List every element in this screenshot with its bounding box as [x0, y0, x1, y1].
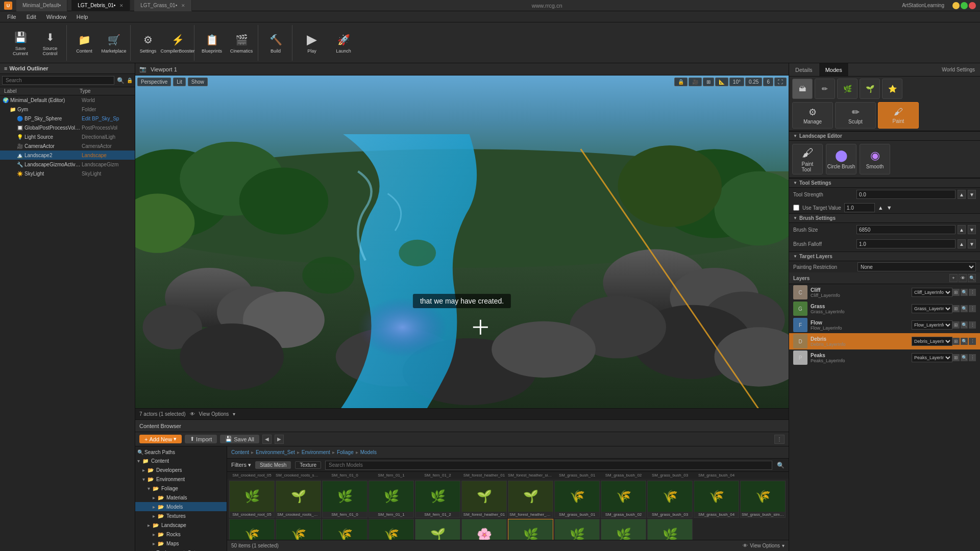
manage-tool-btn[interactable]: ⚙ Manage: [792, 102, 833, 129]
layer-add-btn[interactable]: ⊞: [952, 321, 960, 329]
view-options-button[interactable]: View Options: [199, 411, 229, 417]
layers-eye-btn[interactable]: 👁: [959, 274, 967, 282]
tab-lgt-debris[interactable]: LGT_Debris_01• ✕: [71, 0, 130, 11]
target-layers-header[interactable]: Target Layers: [789, 252, 980, 261]
layer-select-cliff[interactable]: Cliff_LayerInfo: [912, 288, 952, 297]
layer-item-peaks[interactable]: PPeaksPeaks_LayerInfoPeaks_LayerInfo⊞🔍⋮: [789, 349, 980, 366]
brush-size-input[interactable]: [856, 225, 955, 234]
asset-item[interactable]: 🌱SM_forest_heather_01: [461, 481, 507, 518]
tool-icon-2[interactable]: ✏: [815, 79, 835, 99]
outliner-item-minimal_default(editor)[interactable]: 🌍Minimal_Default (Editor)World: [0, 95, 135, 105]
falloff-spin-up[interactable]: ▲: [958, 239, 966, 248]
close-tab-debris[interactable]: ✕: [119, 3, 124, 8]
asset-item[interactable]: 🌱SM_ground_foliage_01: [415, 519, 460, 540]
layer-more-btn[interactable]: ⋮: [969, 338, 976, 345]
tool-strength-input[interactable]: [856, 190, 955, 199]
viewport-fullscreen-btn[interactable]: ⛶: [774, 78, 787, 86]
content-button[interactable]: 📁 Content: [70, 27, 99, 59]
layers-search-btn[interactable]: 🔍: [968, 274, 976, 282]
viewport-cam-btn[interactable]: 🎥: [689, 78, 702, 86]
layer-add-btn[interactable]: ⊞: [952, 305, 960, 312]
menu-file[interactable]: File: [2, 11, 21, 22]
asset-item[interactable]: 🌸SM_ground_foliage_01_flowery: [461, 519, 507, 540]
search-icon[interactable]: 🔍: [116, 77, 125, 85]
use-target-value-checkbox[interactable]: [793, 205, 799, 211]
asset-item[interactable]: 🌱SM_forest_heather_simple_01: [508, 481, 553, 518]
save-current-button[interactable]: 💾 Save Current: [6, 27, 35, 59]
layer-select-debris[interactable]: Debris_LayerInfo: [912, 337, 952, 346]
outliner-item-gym[interactable]: 📁GymFolder: [0, 105, 135, 114]
filters-button[interactable]: Filters ▾: [231, 462, 251, 468]
add-new-button[interactable]: + Add New ▾: [139, 435, 182, 443]
settings-button[interactable]: ⚙ Settings: [134, 27, 162, 59]
layer-search-btn[interactable]: 🔍: [961, 321, 968, 329]
outliner-item-skylight[interactable]: ☀️SkyLightSkyLight: [0, 169, 135, 178]
content-browser-grid[interactable]: 🌿SM_crooked_root_05🌱SM_crooked_roots_sma…: [227, 479, 789, 540]
layer-more-btn[interactable]: ⋮: [969, 289, 976, 296]
asset-item[interactable]: 🌿SM_ground_foliage_02_0: [508, 519, 553, 540]
brush-settings-header[interactable]: Brush Settings: [789, 213, 980, 223]
asset-item[interactable]: 🌾SM_grass_bush_simple_02: [229, 519, 275, 540]
asset-item[interactable]: 🌿SM_ground_foliage_03_SM_ground_foliage_…: [647, 519, 693, 540]
layer-add-btn[interactable]: ⊞: [952, 289, 960, 296]
perspective-button[interactable]: Perspective: [137, 78, 171, 86]
target-spin-down[interactable]: ▼: [887, 205, 892, 211]
asset-item[interactable]: 🌿SM_ground_foliage_02_2_SM_ground_foliag…: [601, 519, 646, 540]
brush-falloff-input[interactable]: [856, 239, 955, 248]
target-value-input[interactable]: [844, 203, 875, 212]
cb-tree-node-landscape[interactable]: ▸📂Landscape: [135, 520, 227, 530]
tool-icon-3[interactable]: 🌿: [837, 79, 857, 99]
layer-item-cliff[interactable]: CCliffCliff_LayerInfoCliff_LayerInfo⊞🔍⋮: [789, 284, 980, 300]
tool-icon-1[interactable]: 🏔: [792, 79, 813, 99]
layer-add-btn[interactable]: ⊞: [952, 338, 960, 345]
outliner-item-lightsource[interactable]: 💡Light SourceDirectionalLigh: [0, 132, 135, 141]
tool-settings-header[interactable]: Tool Settings: [789, 178, 980, 188]
show-button[interactable]: Show: [188, 78, 208, 86]
build-button[interactable]: 🔨 Build: [261, 27, 290, 59]
close-tab-grass[interactable]: ✕: [181, 3, 185, 8]
outliner-search-input[interactable]: [2, 76, 114, 85]
menu-window[interactable]: Window: [41, 11, 71, 22]
breadcrumb-env-set[interactable]: Environment_Set: [256, 449, 295, 455]
nav-back-button[interactable]: ◀: [262, 435, 272, 444]
viewport[interactable]: Perspective Lit Show 🔒 🎥 ⊞ 📐 10° 0.25 6 …: [135, 76, 789, 408]
outliner-item-bp_sky_sphere[interactable]: 🔵BP_Sky_SphereEdit BP_Sky_Sp: [0, 114, 135, 123]
nav-forward-button[interactable]: ▶: [275, 435, 284, 444]
paint-tool-btn[interactable]: 🖌 Paint: [878, 102, 919, 129]
cb-tree-node-environment_set[interactable]: ▾📂Environment_Set: [135, 548, 227, 551]
asset-item[interactable]: 🌱SM_crooked_roots_small: [276, 481, 321, 518]
cb-tree-node-foliage[interactable]: ▾📂Foliage: [135, 484, 227, 493]
layer-item-grass[interactable]: GGrassGrass_LayerInfoGrass_LayerInfo⊞🔍⋮: [789, 300, 980, 317]
asset-item[interactable]: 🌿SM_fern_01_0: [322, 481, 368, 518]
cb-tree-node-developers[interactable]: ▸📂Developers: [135, 465, 227, 474]
brush-size-spin-up[interactable]: ▲: [958, 225, 966, 234]
search-models-input[interactable]: [325, 461, 772, 470]
search-models-icon[interactable]: 🔍: [776, 461, 785, 469]
layer-search-btn[interactable]: 🔍: [961, 289, 968, 296]
cb-tree-node-content[interactable]: ▾📁Content: [135, 456, 227, 465]
viewport-snap-btn[interactable]: 📐: [715, 78, 728, 86]
breadcrumb-content[interactable]: Content: [231, 449, 249, 455]
viewport-fov-btn[interactable]: 10°: [729, 78, 744, 86]
asset-item[interactable]: 🌾SM_grass_bush_01: [554, 481, 600, 518]
layers-add-btn[interactable]: +: [949, 274, 958, 282]
strength-spin-up[interactable]: ▲: [958, 190, 966, 199]
close-button[interactable]: [969, 2, 976, 9]
cb-tree-node-models[interactable]: ▸📂Models: [135, 502, 227, 511]
target-spin-up[interactable]: ▲: [878, 205, 884, 211]
maximize-button[interactable]: [961, 2, 968, 9]
compiler-booster-button[interactable]: ⚡ CompilerBooster: [163, 27, 192, 59]
asset-item[interactable]: 🌿SM_crooked_root_05: [229, 481, 275, 518]
layer-item-flow[interactable]: FFlowFlow_LayerInfoFlow_LayerInfo⊞🔍⋮: [789, 317, 980, 333]
menu-help[interactable]: Help: [71, 11, 93, 22]
landscape-editor-header[interactable]: Landscape Editor: [789, 131, 980, 141]
tab-modes[interactable]: Modes: [819, 63, 849, 76]
breadcrumb-environment[interactable]: Environment: [302, 449, 330, 455]
source-control-button[interactable]: ⬇ Source Control: [36, 27, 64, 59]
layer-search-btn[interactable]: 🔍: [961, 305, 968, 312]
cb-tree-node-textures[interactable]: ▸📂Textures: [135, 511, 227, 520]
launch-button[interactable]: 🚀 Launch: [329, 27, 358, 59]
layer-more-btn[interactable]: ⋮: [969, 321, 976, 329]
import-button[interactable]: ⬆ Import: [185, 435, 217, 443]
asset-item[interactable]: 🌿SM_ground_foliage_02_1: [554, 519, 600, 540]
